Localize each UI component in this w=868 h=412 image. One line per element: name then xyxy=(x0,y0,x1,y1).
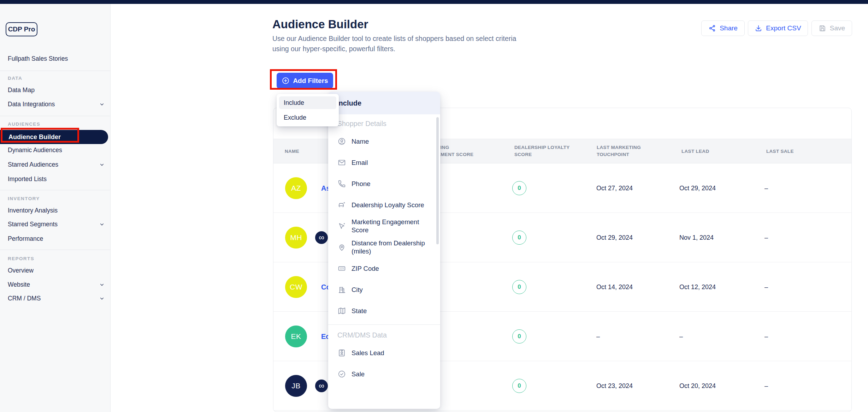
last-sale-cell: – xyxy=(764,262,768,312)
filter-option-city[interactable]: City xyxy=(328,279,440,300)
loyalty-score-badge: 0 xyxy=(512,379,526,393)
divider xyxy=(0,116,111,116)
avatar: JB xyxy=(285,375,307,397)
svg-text:123: 123 xyxy=(340,267,344,270)
last-marketing-touchpoint-cell: Oct 23, 2024 xyxy=(596,361,633,411)
save-button[interactable]: Save xyxy=(811,20,852,36)
last-lead-cell: Oct 29, 2024 xyxy=(679,163,716,213)
divider xyxy=(0,250,111,250)
infinity-badge: ∞ xyxy=(315,380,328,392)
person-circle-icon xyxy=(337,137,346,146)
sidebar-item-fullpath-sales-stories[interactable]: Fullpath Sales Stories xyxy=(8,53,105,65)
filter-options-panel: Include Shopper Details Name Email Phone… xyxy=(328,92,440,409)
chevron-down-icon xyxy=(99,221,105,227)
sidebar-item-performance[interactable]: Performance xyxy=(8,233,105,245)
group-label-shopper-details: Shopper Details xyxy=(328,117,440,131)
group-label-crm-dms-data: CRM/DMS Data xyxy=(328,328,440,342)
page-description: using our hyper-specific, powerful filte… xyxy=(272,45,562,53)
location-pin-icon xyxy=(337,243,346,252)
sidebar-section-inventory: INVENTORY xyxy=(8,195,40,202)
column-header-last-lead: LAST LEAD xyxy=(681,148,709,155)
last-lead-cell: – xyxy=(679,312,683,361)
mode-option-include[interactable]: Include xyxy=(279,96,336,109)
last-sale-cell: – xyxy=(764,163,768,213)
last-marketing-touchpoint-cell: – xyxy=(596,312,600,361)
page-description: Use our Audience Builder tool to create … xyxy=(272,35,562,43)
id-badge-icon xyxy=(337,348,346,357)
avatar: MH xyxy=(285,227,307,249)
car-star-icon xyxy=(337,201,346,209)
mode-option-exclude[interactable]: Exclude xyxy=(279,111,336,124)
panel-scrollbar-thumb[interactable] xyxy=(436,117,439,244)
last-sale-cell: – xyxy=(764,213,768,262)
last-marketing-touchpoint-cell: Oct 29, 2024 xyxy=(596,213,633,262)
chevron-down-icon xyxy=(99,162,105,168)
sidebar-item-dynamic-audiences[interactable]: Dynamic Audiences xyxy=(8,144,105,156)
divider xyxy=(328,324,440,325)
filter-option-phone[interactable]: Phone xyxy=(328,173,440,194)
last-marketing-touchpoint-cell: Oct 14, 2024 xyxy=(596,262,633,312)
sidebar-item-overview[interactable]: Overview xyxy=(8,264,105,276)
avatar: AZ xyxy=(285,177,307,199)
share-button[interactable]: Share xyxy=(701,20,745,36)
sidebar-item-website[interactable]: Website xyxy=(8,279,105,291)
column-header-last-sale: LAST SALE xyxy=(766,148,794,155)
download-icon xyxy=(755,24,762,32)
column-header-dealership-loyalty-score: DEALERSHIP LOYALTY SCORE xyxy=(514,144,578,158)
cursor-star-icon xyxy=(337,222,346,231)
last-lead-cell: Oct 20, 2024 xyxy=(679,361,716,411)
envelope-icon xyxy=(337,158,346,167)
sidebar-item-data-integrations[interactable]: Data Integrations xyxy=(8,98,105,110)
sidebar-item-audience-builder[interactable]: Audience Builder xyxy=(0,130,108,144)
sidebar: CDP Pro Fullpath Sales Stories DATA Data… xyxy=(0,4,111,412)
page-title: Audience Builder xyxy=(272,18,368,31)
app-root: CDP Pro Fullpath Sales Stories DATA Data… xyxy=(0,0,868,412)
avatar: CW xyxy=(285,276,307,298)
number-field-icon: 123 xyxy=(337,264,346,273)
badge-check-icon xyxy=(337,370,346,378)
divider xyxy=(0,71,111,71)
filter-panel-header: Include xyxy=(328,92,440,114)
last-sale-cell: – xyxy=(764,361,768,411)
filter-option-sales-lead[interactable]: Sales Lead xyxy=(328,342,440,363)
filter-option-state[interactable]: State xyxy=(328,300,440,321)
avatar: EK xyxy=(285,326,307,347)
filter-option-zip-code[interactable]: 123 ZIP Code xyxy=(328,258,440,279)
sidebar-item-inventory-analysis[interactable]: Inventory Analysis xyxy=(8,204,105,216)
filter-mode-menu: Include Exclude xyxy=(277,94,339,126)
filter-option-distance-from-dealership[interactable]: Distance from Dealership (miles) xyxy=(328,237,440,258)
loyalty-score-badge: 0 xyxy=(512,329,526,344)
last-lead-cell: Oct 12, 2024 xyxy=(679,262,716,312)
phone-icon xyxy=(337,179,346,188)
chevron-down-icon xyxy=(99,282,105,288)
sidebar-item-data-map[interactable]: Data Map xyxy=(8,84,105,96)
share-icon xyxy=(708,24,716,32)
loyalty-score-badge: 0 xyxy=(512,181,526,195)
sidebar-section-reports: REPORTS xyxy=(8,255,34,262)
loyalty-score-badge: 0 xyxy=(512,280,526,294)
top-bar xyxy=(0,0,868,4)
column-header-name: NAME xyxy=(285,148,299,155)
sidebar-section-data: DATA xyxy=(8,74,22,82)
infinity-badge: ∞ xyxy=(315,231,328,244)
column-header-last-marketing-touchpoint: LAST MARKETING TOUCHPOINT xyxy=(597,144,651,158)
sidebar-item-starred-segments[interactable]: Starred Segments xyxy=(8,218,105,230)
divider xyxy=(0,190,111,190)
sidebar-item-starred-audiences[interactable]: Starred Audiences xyxy=(8,159,105,171)
filter-option-email[interactable]: Email xyxy=(328,152,440,173)
add-filters-button[interactable]: Add Filters xyxy=(277,73,333,89)
plus-circle-icon xyxy=(282,77,290,85)
filter-option-sale[interactable]: Sale xyxy=(328,363,440,384)
chevron-down-icon xyxy=(99,101,105,107)
sidebar-item-crm-dms[interactable]: CRM / DMS xyxy=(8,292,105,304)
last-sale-cell: – xyxy=(764,312,768,361)
last-marketing-touchpoint-cell: Oct 27, 2024 xyxy=(596,163,633,213)
loyalty-score-badge: 0 xyxy=(512,231,526,245)
export-csv-button[interactable]: Export CSV xyxy=(748,20,808,36)
filter-option-marketing-engagement-score[interactable]: Marketing Engagement Score xyxy=(328,215,440,237)
filter-option-dealership-loyalty-score[interactable]: Dealership Loyalty Score xyxy=(328,194,440,215)
sidebar-item-imported-lists[interactable]: Imported Lists xyxy=(8,173,105,185)
cdp-pro-badge: CDP Pro xyxy=(6,22,37,36)
filter-option-name[interactable]: Name xyxy=(328,131,440,152)
save-icon xyxy=(819,24,826,32)
